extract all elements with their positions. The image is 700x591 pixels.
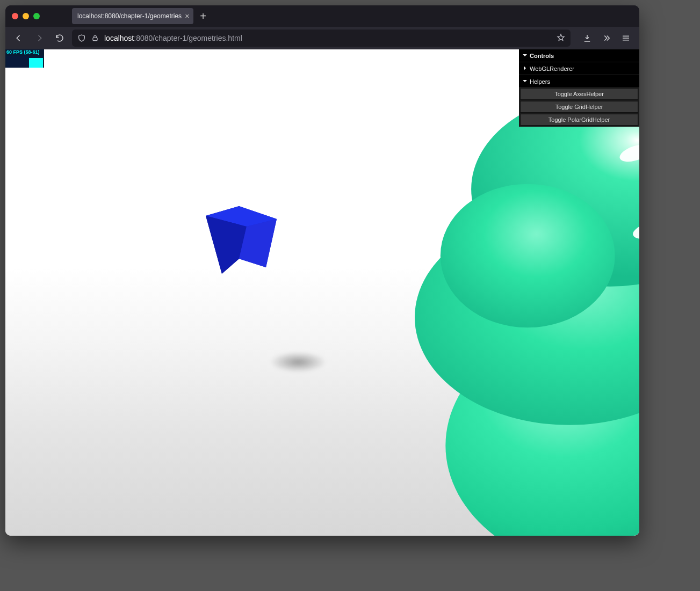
gui-folder-label: Controls bbox=[530, 53, 554, 59]
browser-tab[interactable]: localhost:8080/chapter-1/geometries × bbox=[72, 8, 193, 24]
lock-icon bbox=[91, 34, 99, 42]
gui-folder-webglrenderer[interactable]: WebGLRenderer bbox=[519, 62, 639, 75]
gui-panel: Controls WebGLRenderer Helpers Toggle Ax… bbox=[519, 49, 639, 127]
button-label: Toggle AxesHelper bbox=[554, 91, 604, 97]
browser-window: localhost:8080/chapter-1/geometries × + … bbox=[5, 5, 639, 536]
app-menu-button[interactable] bbox=[618, 30, 634, 46]
url-bar[interactable]: localhost:8080/chapter-1/geometries.html bbox=[72, 30, 571, 47]
fps-graph bbox=[6, 56, 43, 68]
chevron-down-icon bbox=[522, 53, 530, 59]
fps-stats[interactable]: 60 FPS (58-61) bbox=[5, 49, 44, 68]
arrow-left-icon bbox=[14, 33, 24, 43]
fps-graph-bar bbox=[29, 58, 43, 68]
cube-shadow bbox=[258, 347, 338, 377]
gui-folder-label: Helpers bbox=[530, 78, 550, 85]
shield-icon bbox=[77, 34, 86, 42]
button-label: Toggle GridHelper bbox=[555, 104, 603, 110]
reload-button[interactable] bbox=[52, 30, 68, 46]
minimize-window-button[interactable] bbox=[23, 13, 29, 19]
page-content: 60 FPS (58-61) Controls WebGLRenderer He… bbox=[5, 49, 639, 536]
gui-folder-label: WebGLRenderer bbox=[530, 65, 574, 72]
arrow-right-icon bbox=[34, 33, 44, 43]
url-path: :8080/chapter-1/geometries.html bbox=[134, 34, 242, 42]
toggle-polargridhelper-button[interactable]: Toggle PolarGridHelper bbox=[520, 114, 638, 126]
button-label: Toggle PolarGridHelper bbox=[549, 116, 610, 123]
close-tab-icon[interactable]: × bbox=[185, 12, 189, 20]
url-text: localhost:8080/chapter-1/geometries.html bbox=[104, 34, 551, 42]
forward-button bbox=[31, 30, 47, 46]
hamburger-icon bbox=[621, 33, 631, 43]
toolbar: localhost:8080/chapter-1/geometries.html bbox=[5, 27, 639, 49]
window-controls bbox=[12, 13, 40, 19]
toolbar-right bbox=[579, 30, 634, 46]
gui-folder-controls[interactable]: Controls bbox=[519, 49, 639, 62]
svg-point-9 bbox=[441, 184, 615, 328]
tab-strip: localhost:8080/chapter-1/geometries × + bbox=[5, 5, 639, 27]
chevron-right-icon bbox=[522, 65, 530, 72]
toggle-gridhelper-button[interactable]: Toggle GridHelper bbox=[520, 101, 638, 113]
back-button[interactable] bbox=[11, 30, 27, 46]
bookmark-icon[interactable] bbox=[557, 33, 565, 43]
close-window-button[interactable] bbox=[12, 13, 18, 19]
tab-title: localhost:8080/chapter-1/geometries bbox=[77, 12, 182, 20]
chevrons-right-icon bbox=[602, 33, 611, 43]
downloads-button[interactable] bbox=[579, 30, 595, 46]
gui-folder-helpers[interactable]: Helpers bbox=[519, 75, 639, 88]
svg-rect-0 bbox=[93, 38, 97, 40]
toggle-axeshelper-button[interactable]: Toggle AxesHelper bbox=[520, 88, 638, 100]
download-icon bbox=[582, 33, 592, 43]
url-host: localhost bbox=[104, 34, 134, 42]
new-tab-button[interactable]: + bbox=[200, 10, 206, 23]
maximize-window-button[interactable] bbox=[33, 13, 40, 19]
overflow-button[interactable] bbox=[598, 30, 615, 46]
reload-icon bbox=[55, 33, 64, 43]
chevron-down-icon bbox=[522, 78, 530, 85]
cube-mesh bbox=[196, 200, 282, 286]
torus-knot-mesh bbox=[387, 76, 639, 536]
fps-text: 60 FPS (58-61) bbox=[6, 50, 43, 55]
